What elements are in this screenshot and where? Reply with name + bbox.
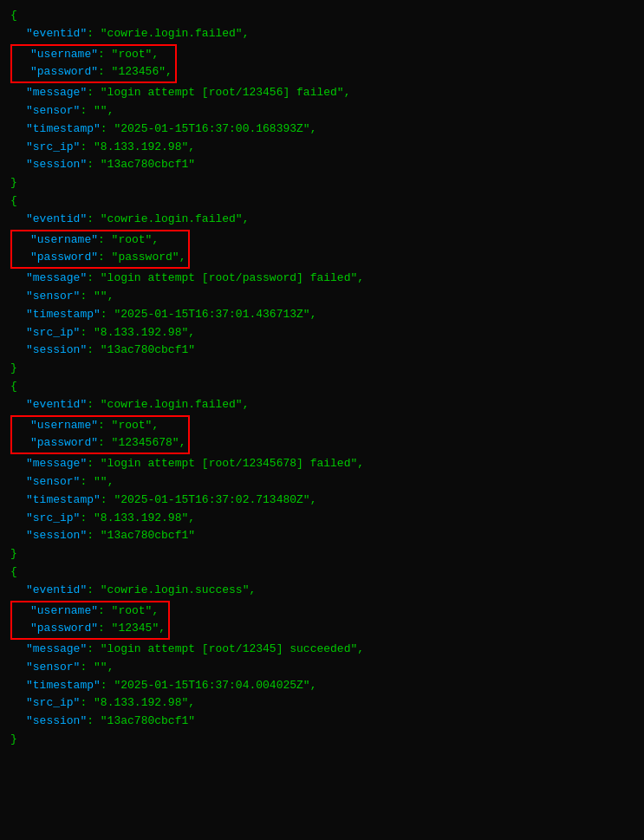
close-brace: } (10, 731, 634, 749)
eventid-line: "eventid": "cowrie.login.failed", (10, 25, 634, 43)
credential-highlight: "username": "root", "password": "passwor… (10, 230, 190, 270)
sensor-line: "sensor": "", (10, 102, 634, 120)
password-line: "password": "password", (15, 249, 185, 267)
json-entry: { "eventid": "cowrie.login.failed", "use… (10, 378, 634, 563)
password-line: "password": "12345", (15, 620, 166, 638)
json-viewer: { "eventid": "cowrie.login.failed", "use… (10, 7, 634, 749)
src-ip-line: "src_ip": "8.133.192.98", (10, 324, 634, 342)
sensor-line: "sensor": "", (10, 288, 634, 306)
session-line: "session": "13ac780cbcf1" (10, 527, 634, 545)
eventid-line: "eventid": "cowrie.login.success", (10, 582, 634, 600)
credential-highlight: "username": "root", "password": "1234567… (10, 415, 190, 455)
json-entry: { "eventid": "cowrie.login.failed", "use… (10, 192, 634, 378)
json-entry: { "eventid": "cowrie.login.failed", "use… (10, 7, 634, 192)
username-line: "username": "root", (15, 417, 185, 435)
username-line: "username": "root", (15, 231, 185, 250)
password-line: "password": "123456", (15, 63, 172, 81)
message-line: "message": "login attempt [root/password… (10, 270, 634, 288)
open-brace: { (10, 192, 634, 211)
password-line: "password": "12345678", (15, 434, 185, 453)
message-line: "message": "login attempt [root/12345678… (10, 455, 634, 473)
credential-highlight: "username": "root", "password": "12345", (10, 601, 170, 641)
open-brace: { (10, 7, 634, 25)
session-line: "session": "13ac780cbcf1" (10, 713, 634, 731)
close-brace: } (10, 360, 634, 378)
session-line: "session": "13ac780cbcf1" (10, 156, 634, 174)
close-brace: } (10, 174, 634, 192)
src-ip-line: "src_ip": "8.133.192.98", (10, 510, 634, 528)
username-line: "username": "root", (15, 46, 172, 64)
timestamp-line: "timestamp": "2025-01-15T16:37:01.436713… (10, 306, 634, 324)
timestamp-line: "timestamp": "2025-01-15T16:37:04.004025… (10, 677, 634, 695)
session-line: "session": "13ac780cbcf1" (10, 342, 634, 360)
sensor-line: "sensor": "", (10, 473, 634, 492)
close-brace: } (10, 545, 634, 563)
timestamp-line: "timestamp": "2025-01-15T16:37:00.168393… (10, 120, 634, 139)
username-line: "username": "root", (15, 602, 166, 621)
src-ip-line: "src_ip": "8.133.192.98", (10, 694, 634, 713)
json-entry: { "eventid": "cowrie.login.success", "us… (10, 563, 634, 749)
eventid-line: "eventid": "cowrie.login.failed", (10, 211, 634, 229)
open-brace: { (10, 563, 634, 582)
credential-highlight: "username": "root", "password": "123456"… (10, 44, 177, 84)
src-ip-line: "src_ip": "8.133.192.98", (10, 139, 634, 157)
timestamp-line: "timestamp": "2025-01-15T16:37:02.713480… (10, 492, 634, 510)
eventid-line: "eventid": "cowrie.login.failed", (10, 396, 634, 414)
message-line: "message": "login attempt [root/123456] … (10, 84, 634, 102)
open-brace: { (10, 378, 634, 396)
message-line: "message": "login attempt [root/12345] s… (10, 641, 634, 659)
sensor-line: "sensor": "", (10, 659, 634, 677)
